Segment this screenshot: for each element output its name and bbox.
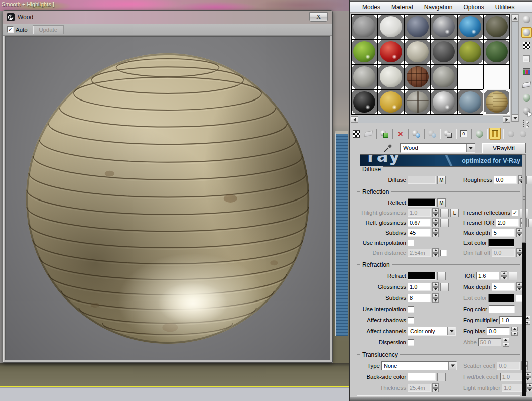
diffuse-color-swatch[interactable] [408, 176, 436, 184]
fresnel-reflections-checkbox[interactable] [512, 210, 518, 216]
fresnel-ior-field[interactable]: 2.0 [496, 219, 519, 227]
affect-shadows-checkbox[interactable] [408, 317, 414, 324]
dispersion-checkbox[interactable] [408, 339, 414, 346]
auto-checkbox[interactable] [7, 26, 14, 33]
refr-exit-color-swatch[interactable] [488, 294, 514, 302]
go-to-parent-button[interactable] [505, 128, 517, 140]
make-unique-button[interactable] [426, 128, 438, 140]
material-slot-olive-green-sphere[interactable] [458, 40, 483, 64]
material-slot-gray-cross-sphere[interactable] [405, 90, 430, 114]
scroll-right-icon[interactable] [503, 116, 510, 123]
material-slot-red-sphere[interactable] [378, 40, 404, 64]
refl-exit-color-swatch[interactable] [488, 239, 514, 247]
get-material-button[interactable] [351, 128, 362, 140]
material-slot-dark-green-sphere[interactable] [484, 40, 509, 64]
refr-glossiness-map-button[interactable] [440, 283, 449, 291]
dim-fall-off-field[interactable]: 0.0 [492, 249, 515, 257]
slots-vertical-scrollbar[interactable] [511, 14, 519, 122]
chevron-down-icon[interactable] [466, 144, 475, 152]
sample-uv-tiling-button[interactable] [521, 53, 532, 64]
affect-channels-dropdown[interactable]: Color only [408, 327, 456, 336]
spin-up[interactable] [432, 293, 439, 298]
refl-glossiness-field[interactable]: 0.67 [408, 219, 431, 227]
spin-up[interactable] [503, 338, 509, 342]
material-slot-black-glossy-sphere[interactable] [352, 90, 377, 114]
spin-up[interactable] [432, 228, 439, 233]
spin-down[interactable] [432, 388, 439, 393]
spin-down[interactable] [432, 253, 439, 258]
translucency-type-dropdown[interactable]: None [381, 361, 457, 370]
spin-down[interactable] [432, 213, 439, 218]
fog-color-swatch[interactable] [489, 305, 515, 313]
spin-up[interactable] [432, 383, 439, 388]
assign-material-to-selection-button[interactable] [379, 128, 390, 140]
fog-bias-spinner[interactable] [511, 327, 518, 336]
spin-up[interactable] [432, 218, 439, 223]
hilight-glossiness-map-button[interactable] [440, 209, 449, 217]
chevron-down-icon[interactable] [447, 327, 455, 335]
reflect-color-swatch[interactable] [408, 198, 436, 207]
material-slot-beige-sphere[interactable] [405, 40, 430, 64]
fwd-bck-coeff-field[interactable]: 1.0 [500, 373, 523, 381]
material-slot-chrome-sphere[interactable] [431, 90, 457, 114]
material-id-channel-button[interactable]: 0 [458, 128, 469, 140]
spin-down[interactable] [511, 332, 518, 336]
refl-use-interpolation-checkbox[interactable] [408, 240, 414, 246]
ior-field[interactable]: 1.6 [476, 272, 499, 280]
spin-down[interactable] [432, 233, 439, 238]
refl-subdivs-field[interactable]: 45 [408, 229, 431, 237]
pick-material-eyedropper-icon[interactable] [383, 143, 393, 153]
scatter-coeff-field[interactable]: 0.0 [497, 362, 520, 370]
back-side-color-map-button[interactable] [437, 373, 446, 381]
material-slot-white-textured-sphere[interactable] [378, 65, 404, 89]
scroll-up-icon[interactable] [512, 14, 518, 22]
dim-distance-spinner[interactable] [432, 248, 439, 257]
spin-up[interactable] [501, 271, 507, 276]
background-button[interactable] [521, 40, 532, 51]
material-slot-brick-sphere[interactable] [405, 65, 430, 89]
select-by-material-button[interactable] [521, 106, 532, 116]
material-name-dropdown[interactable]: Wood [400, 143, 475, 153]
chevron-down-icon[interactable] [448, 362, 456, 370]
light-multiplier-spinner[interactable] [526, 383, 532, 392]
show-end-result-button[interactable] [489, 128, 501, 140]
refl-max-depth-field[interactable]: 5 [492, 229, 515, 237]
put-material-to-scene-button[interactable] [363, 128, 375, 140]
refr-glossiness-spinner[interactable] [432, 282, 439, 291]
hilight-glossiness-lock-button[interactable]: L [450, 209, 459, 217]
video-color-check-button[interactable] [521, 66, 532, 77]
options-button[interactable] [521, 92, 532, 103]
spin-up[interactable] [432, 248, 439, 253]
put-to-library-button[interactable] [442, 128, 454, 140]
refraction-rollout-title[interactable]: Refraction [360, 261, 392, 268]
spin-down[interactable] [432, 298, 439, 303]
thickness-field[interactable]: 25.4m [408, 384, 431, 392]
make-material-copy-button[interactable] [411, 128, 422, 140]
make-preview-button[interactable] [521, 79, 532, 90]
go-forward-to-sibling-button[interactable] [517, 128, 529, 140]
material-slot-light-gray-sphere[interactable] [378, 15, 404, 39]
preview-window-titlebar[interactable]: Wood X [3, 11, 332, 24]
dim-distance-checkbox[interactable] [440, 250, 447, 256]
refr-use-interpolation-checkbox[interactable] [408, 306, 414, 313]
abbe-field[interactable]: 50.0 [478, 338, 501, 346]
reflect-map-button[interactable]: M [437, 198, 446, 207]
refl-subdivs-spinner[interactable] [432, 228, 439, 237]
spin-up[interactable] [432, 208, 439, 213]
roughness-field[interactable]: 0.0 [494, 176, 517, 184]
material-slot-empty-slot-1[interactable] [458, 65, 483, 89]
parameters-scrollbar[interactable] [522, 154, 526, 396]
material-type-button[interactable]: VRayMtl [482, 143, 526, 153]
close-icon[interactable]: X [309, 12, 328, 22]
menu-material[interactable]: Material [386, 4, 419, 11]
menu-utilities[interactable]: Utilities [490, 4, 520, 11]
refl-glossiness-map-button[interactable] [440, 219, 449, 227]
refract-map-button[interactable] [437, 272, 446, 280]
refr-subdivs-field[interactable]: 8 [408, 294, 431, 302]
scrollbar-thumb[interactable] [522, 154, 526, 243]
spin-up[interactable] [511, 327, 518, 331]
diffuse-rollout-title[interactable]: Diffuse [360, 166, 383, 173]
spin-down[interactable] [432, 223, 439, 228]
spin-down[interactable] [501, 276, 507, 281]
dim-distance-field[interactable]: 2.54m [408, 249, 431, 257]
